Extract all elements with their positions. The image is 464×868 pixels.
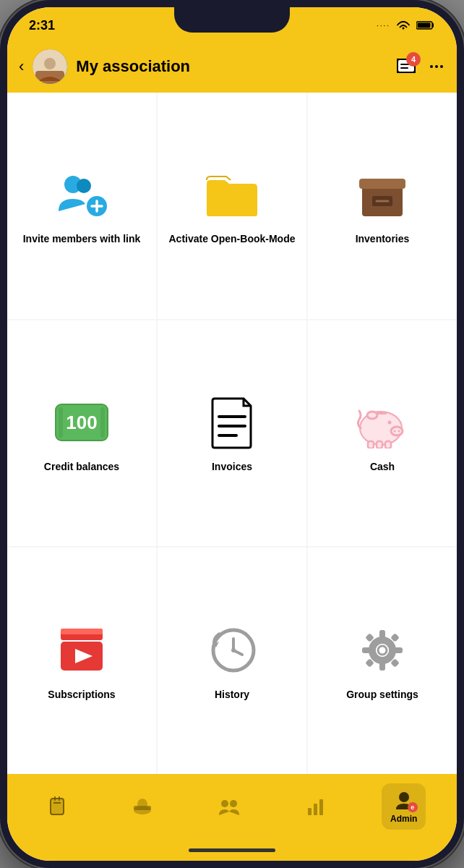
- grid-item-inventories[interactable]: Inventories: [308, 93, 457, 319]
- grid-item-invite-members[interactable]: Invite members with link: [7, 93, 156, 319]
- svg-point-10: [430, 65, 433, 68]
- svg-rect-61: [51, 799, 64, 814]
- phone-frame: 2:31 ···· ‹: [0, 0, 464, 868]
- admin-nav-label: Admin: [390, 814, 417, 824]
- admin-badge: e: [408, 802, 418, 812]
- svg-rect-25: [59, 407, 63, 438]
- home-bar: [189, 848, 275, 852]
- invoice-icon: [203, 393, 261, 451]
- cash-icon: [353, 393, 411, 451]
- subscriptions-label: Subscriptions: [48, 688, 115, 701]
- history-label: History: [215, 688, 249, 701]
- bottom-nav: e Admin: [7, 774, 457, 839]
- svg-rect-4: [35, 71, 64, 84]
- cash-label: Cash: [370, 460, 395, 473]
- header: ‹ My association: [7, 43, 457, 93]
- grid-item-cash[interactable]: Cash: [308, 320, 457, 547]
- svg-point-35: [388, 420, 392, 424]
- svg-point-32: [391, 427, 403, 435]
- svg-rect-18: [207, 187, 257, 216]
- grid-item-group-settings[interactable]: Group settings: [308, 548, 457, 774]
- wifi-icon: [396, 20, 411, 30]
- status-time: 2:31: [29, 18, 55, 33]
- svg-point-72: [399, 792, 409, 802]
- drink-nav-icon: [47, 796, 67, 817]
- nav-admin[interactable]: e Admin: [382, 783, 426, 830]
- grid-item-subscriptions[interactable]: Subscriptions: [7, 548, 156, 774]
- nav-food[interactable]: [123, 790, 162, 823]
- svg-rect-26: [100, 407, 105, 438]
- settings-icon: [353, 621, 411, 679]
- svg-point-36: [367, 412, 377, 419]
- status-bar: 2:31 ····: [7, 7, 457, 43]
- svg-rect-37: [377, 412, 387, 414]
- grid-item-credit-balances[interactable]: 100 Credit balances: [7, 320, 156, 547]
- subscriptions-icon: [53, 621, 111, 679]
- svg-rect-71: [319, 799, 323, 815]
- svg-rect-69: [308, 808, 312, 815]
- notch: [174, 7, 290, 33]
- chat-button[interactable]: 4: [396, 56, 416, 77]
- svg-rect-70: [314, 804, 317, 815]
- svg-rect-50: [379, 630, 385, 639]
- page-title: My association: [76, 57, 387, 76]
- screen: 2:31 ···· ‹: [7, 7, 457, 861]
- svg-rect-38: [368, 441, 374, 448]
- svg-rect-40: [385, 441, 391, 448]
- nav-members[interactable]: [209, 791, 249, 822]
- nav-stats[interactable]: [297, 791, 335, 822]
- svg-point-33: [394, 430, 396, 432]
- status-icons: ····: [377, 20, 435, 30]
- more-icon: [428, 58, 445, 75]
- svg-rect-20: [359, 179, 405, 189]
- inventory-icon: [353, 166, 411, 224]
- invoices-label: Invoices: [212, 460, 252, 473]
- invite-icon: [53, 166, 111, 224]
- nav-drink[interactable]: [38, 790, 76, 823]
- svg-rect-66: [134, 806, 151, 810]
- history-icon: [203, 621, 261, 679]
- grid-item-open-book[interactable]: Activate Open-Book-Mode: [158, 93, 306, 319]
- svg-point-34: [398, 430, 400, 432]
- group-settings-label: Group settings: [346, 688, 418, 701]
- svg-point-67: [221, 800, 228, 807]
- svg-point-12: [440, 65, 443, 68]
- grid-item-history[interactable]: History: [158, 548, 306, 774]
- credit-icon: 100: [53, 393, 111, 451]
- food-nav-icon: [132, 796, 153, 817]
- svg-rect-1: [418, 23, 431, 28]
- svg-point-49: [231, 648, 236, 652]
- svg-rect-51: [379, 662, 385, 671]
- grid-item-invoices[interactable]: Invoices: [158, 320, 306, 547]
- stats-nav-icon: [306, 796, 326, 817]
- svg-rect-39: [377, 441, 382, 448]
- invite-members-label: Invite members with link: [23, 232, 141, 245]
- home-indicator: [7, 839, 457, 861]
- svg-point-3: [44, 58, 56, 69]
- header-actions: 4: [396, 56, 445, 77]
- svg-rect-52: [362, 647, 371, 653]
- svg-rect-53: [394, 647, 403, 653]
- svg-point-14: [77, 179, 91, 193]
- credit-balances-label: Credit balances: [44, 460, 119, 473]
- svg-text:100: 100: [66, 412, 97, 433]
- menu-grid: Invite members with link Activate Open-B…: [7, 93, 457, 774]
- notification-badge: 4: [406, 52, 421, 67]
- svg-rect-42: [61, 629, 103, 634]
- svg-point-68: [230, 800, 237, 807]
- more-button[interactable]: [428, 58, 445, 75]
- battery-icon: [416, 20, 435, 30]
- dots-icon: ····: [377, 22, 390, 30]
- svg-point-11: [435, 65, 438, 68]
- back-button[interactable]: ‹: [19, 57, 24, 76]
- avatar[interactable]: [33, 49, 67, 84]
- inventories-label: Inventories: [356, 232, 410, 245]
- folder-icon: [203, 166, 261, 224]
- members-nav-icon: [218, 796, 241, 817]
- open-book-label: Activate Open-Book-Mode: [168, 232, 295, 245]
